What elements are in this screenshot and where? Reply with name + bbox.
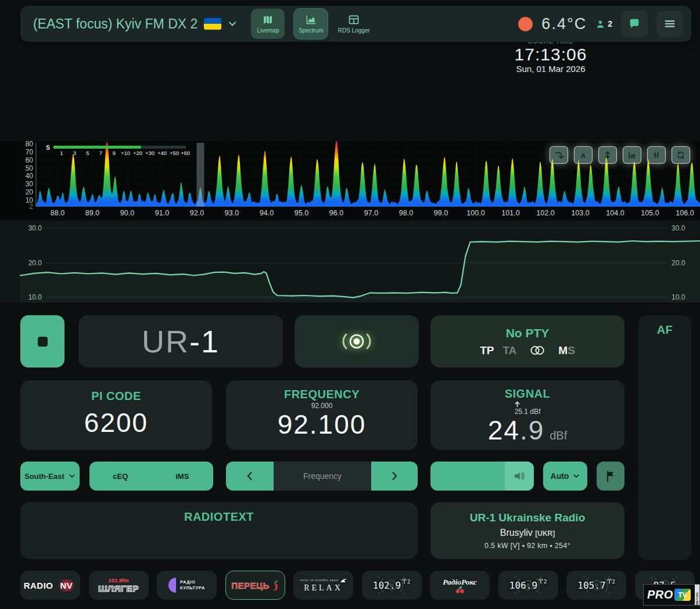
- tune-down-button[interactable]: [226, 462, 274, 491]
- audio-indicator-panel[interactable]: [295, 315, 419, 367]
- volume-thumb[interactable]: [505, 462, 534, 491]
- spectrum-vertical-zoom-button[interactable]: [598, 146, 617, 164]
- spectrum-snap-down-button[interactable]: [550, 146, 568, 164]
- nav-livemap-button[interactable]: Livemap: [251, 9, 285, 39]
- chat-icon: [628, 17, 641, 30]
- svg-text:30.0: 30.0: [28, 224, 42, 232]
- station-tile-105.7[interactable]: 105.72: [566, 571, 626, 600]
- station-tile-102.9[interactable]: 102.92: [362, 571, 422, 600]
- nav-rds-logger-button[interactable]: RDS Logger: [337, 9, 371, 39]
- ceq-toggle[interactable]: cEQ: [89, 462, 152, 491]
- svg-text:103.0: 103.0: [571, 209, 589, 217]
- ims-toggle[interactable]: iMS: [152, 462, 214, 491]
- ps-name: -1: [189, 323, 220, 359]
- flag-icon: [605, 470, 616, 482]
- svg-text:88.0: 88.0: [51, 209, 64, 217]
- spectrum-pause-button[interactable]: [647, 146, 666, 164]
- menu-button[interactable]: [656, 10, 683, 37]
- nav-label: Livemap: [257, 27, 279, 34]
- chat-button[interactable]: [621, 10, 648, 37]
- chevron-right-icon: [390, 471, 399, 481]
- spectrum-toolbar: A: [550, 146, 690, 164]
- main-nav: Livemap Spectrum RDS Logger: [251, 9, 371, 39]
- clock-date: Sun, 01 Mar 2026: [487, 64, 615, 74]
- svg-text:A: A: [581, 152, 586, 159]
- top-bar: (EAST focus) Kyiv FM DX 2 Livemap Spectr…: [20, 6, 691, 42]
- top-bar-right: 6.4°C 2: [518, 10, 683, 37]
- station-tile-radionv[interactable]: RADIONV: [20, 571, 80, 600]
- volume-slider[interactable]: [430, 462, 534, 491]
- report-flag-button[interactable]: [597, 462, 624, 491]
- cherries-icon: [454, 586, 466, 593]
- transmitter-name: UR-1 Ukrainske Radio: [470, 511, 586, 524]
- refresh-mode-select[interactable]: Auto: [543, 462, 587, 491]
- server-selector[interactable]: (EAST focus) Kyiv FM DX 2: [33, 16, 237, 32]
- spectrum-auto-refresh-button[interactable]: [672, 146, 690, 164]
- antenna-icon: [607, 579, 612, 584]
- dsp-toggle-group: cEQ iMS: [89, 462, 213, 491]
- tuner-controls: [226, 462, 418, 491]
- svg-text:2: 2: [29, 203, 33, 211]
- stereo-icon: [529, 345, 546, 355]
- spectrum-graph[interactable]: 8070605040302010288.089.090.091.092.093.…: [0, 141, 700, 219]
- signal-value-row: 24.9 dBf: [488, 416, 568, 444]
- nav-label: RDS Logger: [338, 27, 370, 34]
- rds-flags-row: TP TA MS: [480, 344, 575, 357]
- svg-text:80: 80: [26, 141, 34, 148]
- spectrum-auto-range-button[interactable]: A: [574, 146, 593, 164]
- station-tile-kultura[interactable]: РАДІОКУЛЬТУРА: [157, 571, 217, 600]
- antenna-select[interactable]: South-East: [20, 462, 80, 491]
- signal-history-graph: 30.030.020.020.010.010.0: [0, 221, 700, 302]
- spectrum-graph-mode-button[interactable]: [623, 146, 641, 164]
- svg-text:+30: +30: [145, 150, 155, 156]
- svg-text:102.0: 102.0: [536, 209, 554, 217]
- refresh-mode-value: Auto: [551, 471, 569, 481]
- play-stop-button[interactable]: [20, 315, 64, 367]
- ms-flag: MS: [558, 344, 575, 357]
- transmitter-location: Brusyliv [UKR]: [500, 528, 555, 538]
- nav-spectrum-button[interactable]: Spectrum: [294, 9, 328, 39]
- map-icon: [262, 14, 274, 26]
- station-tile-106.9[interactable]: 106.92: [498, 571, 558, 600]
- svg-text:50: 50: [26, 164, 34, 172]
- svg-text:+10: +10: [121, 150, 130, 156]
- relax-tagline: легко та спокійно радіо: [300, 578, 347, 583]
- kultura-logo: РАДІОКУЛЬТУРА: [168, 578, 205, 593]
- transmitter-info-panel[interactable]: UR-1 Ukrainske Radio Brusyliv [UKR] 0.5 …: [430, 502, 624, 559]
- signal-panel: SIGNAL 25.1 dBf 24.9 dBf: [430, 380, 624, 450]
- svg-text:60: 60: [26, 156, 34, 164]
- chevron-down-icon: [69, 473, 76, 480]
- af-list-panel: AF: [638, 315, 691, 560]
- tp-flag: TP: [480, 344, 494, 357]
- station-tile-перець[interactable]: ПЕРЕЦЬ: [225, 571, 285, 600]
- station-tile-шлягер[interactable]: 101.9fmШЛЯГЕР: [89, 571, 149, 600]
- temperature: 6.4°C: [541, 15, 587, 33]
- svg-text:9: 9: [113, 150, 116, 156]
- svg-text:106.0: 106.0: [676, 209, 694, 217]
- chevron-down-icon: [228, 19, 237, 28]
- svg-text:92.0: 92.0: [190, 209, 204, 217]
- station-tile-relax[interactable]: легко та спокійно радіоRELAX: [293, 571, 353, 600]
- signal-peak-value: 25.1 dBf: [515, 408, 541, 416]
- stop-icon: [38, 337, 48, 347]
- chevron-left-icon: [246, 471, 254, 481]
- svg-text:+20: +20: [133, 150, 142, 156]
- station-frequency-text: 105.72: [577, 580, 615, 591]
- radiotext-title: RADIOTEXT: [20, 510, 418, 524]
- transmitter-badge: 2: [539, 579, 547, 585]
- ps-name-dim: UR: [142, 323, 189, 359]
- pause-icon: [652, 150, 661, 160]
- svg-text:94.0: 94.0: [260, 209, 274, 217]
- svg-text:90.0: 90.0: [120, 209, 134, 217]
- pepper-icon: [271, 580, 279, 591]
- ukraine-flag-icon: [204, 18, 221, 30]
- station-tile-радіорокс[interactable]: РадіоРокс: [430, 571, 490, 600]
- tune-up-button[interactable]: [371, 462, 418, 491]
- signal-title: SIGNAL: [505, 387, 551, 401]
- svg-text:40: 40: [26, 172, 34, 180]
- svg-text:5: 5: [86, 150, 89, 156]
- svg-text:1: 1: [60, 150, 63, 156]
- frequency-input[interactable]: [274, 462, 371, 491]
- hamburger-icon: [663, 17, 676, 30]
- svg-text:7: 7: [99, 150, 102, 156]
